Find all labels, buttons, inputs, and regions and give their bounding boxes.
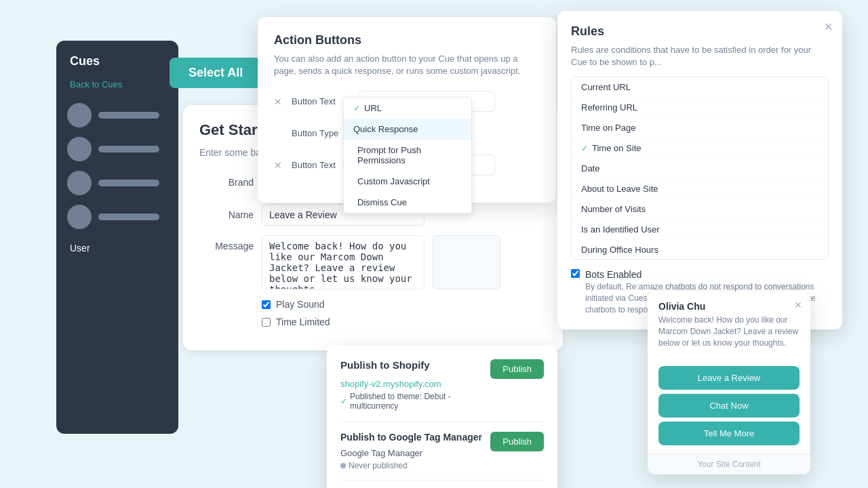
rule-item-time-on-site[interactable]: Time on Site: [572, 138, 828, 159]
rule-item-number-visits[interactable]: Number of Visits: [572, 199, 828, 220]
publish-shopify-row: Publish to Shopify shopify-v2.myshopify.…: [340, 359, 544, 411]
bots-enabled-label: Bots Enabled: [585, 269, 829, 280]
sidebar-line: [98, 214, 159, 220]
chat-message-text: Welcome back! How do you like our Marcom…: [658, 314, 800, 348]
select-all-button[interactable]: Select All: [170, 58, 262, 88]
rule-item-office-hours[interactable]: During Office Hours: [572, 240, 828, 260]
sidebar-items: [67, 103, 167, 229]
chat-close-icon[interactable]: ✕: [794, 300, 802, 310]
sidebar-line: [98, 146, 159, 152]
bots-enabled-checkbox[interactable]: [571, 269, 580, 278]
action-buttons-title: Action Buttons: [274, 33, 540, 47]
name-label: Name: [199, 204, 254, 220]
time-limited-label: Time Limited: [276, 317, 330, 327]
chat-buttons-area: Leave a Review Chat Now Tell Me More: [648, 366, 810, 453]
rules-title: Rules: [571, 24, 829, 39]
publish-shopify-status: ✓ Published to theme: Debut - multicurre…: [340, 392, 490, 411]
circle-icon: [340, 463, 346, 468]
chat-user-name: Olivia Chu: [658, 301, 800, 312]
rules-list: Current URL Referring URL Time on Page T…: [571, 77, 829, 260]
avatar: [67, 103, 92, 127]
avatar: [67, 171, 92, 195]
publish-modal: Publish to Shopify shopify-v2.myshopify.…: [327, 346, 557, 488]
message-label: Message: [199, 235, 254, 251]
preview-box: [433, 235, 500, 289]
sidebar-back-link[interactable]: Back to Cues: [67, 79, 167, 89]
list-item[interactable]: [67, 205, 167, 229]
close-button2-icon[interactable]: ✕: [274, 160, 285, 171]
list-item[interactable]: [67, 171, 167, 195]
chat-header: Olivia Chu Welcome back! How do you like…: [648, 291, 810, 366]
publish-shopify-title: Publish to Shopify: [340, 359, 490, 371]
chat-tell-me-more-button[interactable]: Tell Me More: [658, 422, 800, 445]
sidebar-line: [98, 180, 159, 186]
rule-item-current-url[interactable]: Current URL: [572, 77, 828, 98]
message-row: Message Welcome back! How do you like ou…: [199, 235, 547, 289]
action-buttons-desc: You can also add an action button to you…: [274, 53, 540, 77]
play-sound-checkbox[interactable]: [262, 300, 271, 309]
sidebar-title: Cues: [67, 54, 167, 68]
check-icon: ✓: [340, 396, 347, 406]
play-sound-row: Play Sound: [199, 299, 547, 310]
rule-item-time-on-page[interactable]: Time on Page: [572, 118, 828, 138]
publish-gtm-row: Publish to Google Tag Manager Google Tag…: [340, 432, 544, 470]
play-sound-label: Play Sound: [276, 299, 325, 310]
chat-chat-now-button[interactable]: Chat Now: [658, 394, 800, 418]
time-limited-checkbox[interactable]: [262, 318, 271, 327]
publish-manual-section: Manual Publishing View Instructions: [340, 480, 544, 488]
publish-gtm-button[interactable]: Publish: [490, 432, 544, 451]
publish-gtm-label: Google Tag Manager: [340, 448, 482, 458]
publish-gtm-status: Never published: [340, 461, 482, 470]
button-type-dropdown: URL Quick Response Prompt for Push Permi…: [343, 97, 472, 214]
rules-panel: ✕ Rules Rules are conditions that have t…: [557, 11, 842, 329]
publish-shopify-url[interactable]: shopify-v2.myshopify.com: [340, 379, 490, 389]
message-textarea[interactable]: Welcome back! How do you like our Marcom…: [262, 235, 425, 289]
rules-close-icon[interactable]: ✕: [824, 20, 833, 33]
brand-label: Brand: [199, 171, 254, 188]
dropdown-item-custom-js[interactable]: Custom Javascript: [344, 171, 471, 192]
chat-leave-review-button[interactable]: Leave a Review: [658, 366, 800, 390]
dropdown-push-label: Prompt for Push Permissions: [357, 145, 462, 165]
sidebar-line: [98, 112, 159, 119]
time-limited-row: Time Limited: [199, 317, 547, 327]
publish-shopify-section: Publish to Shopify shopify-v2.myshopify.…: [340, 359, 544, 411]
avatar: [67, 205, 92, 229]
chat-footer: Your Site Content: [648, 453, 810, 474]
publish-shopify-button[interactable]: Publish: [490, 359, 544, 379]
dropdown-item-url[interactable]: URL: [344, 98, 471, 119]
publish-shopify-info: Publish to Shopify shopify-v2.myshopify.…: [340, 359, 490, 411]
rules-desc: Rules are conditions that have to be sat…: [571, 44, 829, 68]
dropdown-item-push[interactable]: Prompt for Push Permissions: [344, 140, 471, 171]
rule-item-date[interactable]: Date: [572, 159, 828, 179]
close-button1-icon[interactable]: ✕: [274, 96, 285, 107]
dropdown-dismiss-label: Dismiss Cue: [357, 197, 407, 207]
dropdown-custom-js-label: Custom Javascript: [357, 176, 430, 186]
publish-gtm-title: Publish to Google Tag Manager: [340, 432, 482, 443]
dropdown-item-quick-response[interactable]: Quick Response: [344, 119, 471, 140]
rule-item-referring-url[interactable]: Referring URL: [572, 98, 828, 118]
sidebar: Cues Back to Cues User: [56, 41, 178, 434]
rule-item-about-to-leave[interactable]: About to Leave Site: [572, 179, 828, 199]
publish-gtm-info: Publish to Google Tag Manager Google Tag…: [340, 432, 482, 470]
sidebar-section-user: User: [67, 243, 167, 253]
list-item[interactable]: [67, 137, 167, 161]
preview-chat-widget: ✕ Olivia Chu Welcome back! How do you li…: [648, 291, 810, 474]
publish-gtm-section: Publish to Google Tag Manager Google Tag…: [340, 422, 544, 470]
dropdown-quick-response-label: Quick Response: [353, 124, 418, 134]
list-item[interactable]: [67, 103, 167, 127]
dropdown-url-label: URL: [364, 103, 382, 113]
rule-item-identified-user[interactable]: Is an Identified User: [572, 220, 828, 240]
dropdown-item-dismiss[interactable]: Dismiss Cue: [344, 192, 471, 213]
avatar: [67, 137, 92, 161]
